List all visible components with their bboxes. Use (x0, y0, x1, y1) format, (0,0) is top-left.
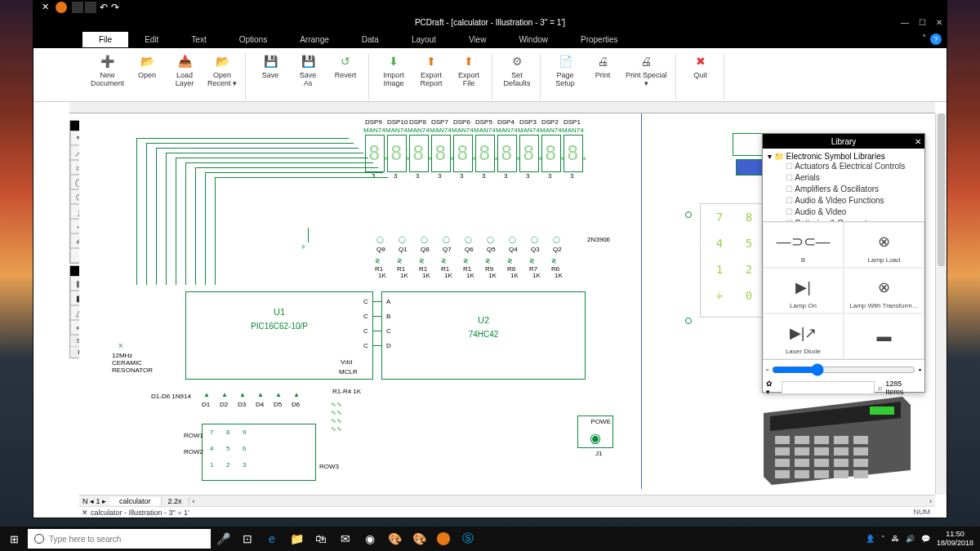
app1-icon[interactable]: 🎨 (382, 527, 407, 551)
menu-text[interactable]: Text (175, 32, 222, 47)
network-icon[interactable]: 🖧 (892, 535, 899, 543)
search-icon[interactable]: ⌕ (878, 384, 882, 392)
library-close-icon[interactable]: ✕ (915, 137, 921, 146)
store-icon[interactable]: 🛍 (309, 527, 333, 551)
svg-rect-14 (795, 459, 809, 467)
taskbar-search[interactable]: Type here to search (28, 529, 211, 549)
calculator-illustration (747, 380, 919, 487)
lib-settings-icon[interactable]: ✿ ▾ (766, 380, 778, 396)
svg-rect-22 (853, 470, 868, 478)
app2-icon[interactable]: 🎨 (407, 527, 431, 551)
scroll-left-icon[interactable]: ‹ (189, 497, 198, 505)
outer-close-icon[interactable]: ✕ (39, 2, 51, 13)
history-fwd-icon[interactable] (85, 2, 96, 13)
zoom-level[interactable]: 2.2x (162, 497, 189, 505)
edge-icon[interactable]: e (260, 527, 284, 551)
library-item[interactable]: Actuators & Electrical Controls (768, 161, 920, 172)
menu-view[interactable]: View (452, 32, 503, 47)
menu-file[interactable]: File (82, 32, 128, 47)
skype-icon[interactable]: Ⓢ (456, 527, 480, 551)
library-grid[interactable]: —⊃⊂—B⊗Lamp Load▶|Lamp On⊗Lamp With Trans… (763, 222, 924, 359)
ribbon-open-button[interactable]: 📂OpenRecent ▾ (207, 53, 237, 100)
ribbon-load-button[interactable]: 📥LoadLayer (170, 53, 199, 100)
library-item[interactable]: Audio & Video (768, 207, 920, 218)
layer-nav-icon[interactable]: N ◂ 1 ▸ (79, 497, 109, 505)
ribbon-revert-button[interactable]: ↺Revert (331, 53, 360, 100)
menu-options[interactable]: Options (223, 32, 283, 47)
doc-close-icon[interactable]: ✕ (79, 509, 91, 517)
history-back-icon[interactable] (72, 2, 83, 13)
volume-icon[interactable]: 🔊 (906, 535, 915, 543)
close-icon[interactable]: ✕ (936, 18, 942, 27)
collapse-ribbon-icon[interactable]: ˄ (922, 33, 927, 45)
ribbon-print-special-button[interactable]: 🖨Print Special▾ (626, 53, 667, 100)
people-icon[interactable]: 👤 (866, 535, 875, 543)
svg-rect-18 (775, 470, 790, 478)
ribbon-page-button[interactable]: 📄PageSetup (550, 53, 580, 100)
mail-icon[interactable]: ✉ (333, 527, 358, 551)
numlock-indicator: NUM (914, 508, 931, 516)
svg-rect-12 (853, 447, 868, 455)
cortana-icon (34, 534, 44, 544)
library-symbol[interactable]: —⊃⊂—B (763, 222, 844, 268)
ribbon-export-button[interactable]: ⬆ExportFile (454, 53, 483, 100)
ribbon-export-button[interactable]: ⬆ExportReport (416, 53, 446, 100)
redo-icon[interactable]: ↷ (111, 2, 119, 13)
chrome-icon[interactable]: ◉ (358, 527, 382, 551)
ribbon-save-button[interactable]: 💾SaveAs (293, 53, 323, 100)
library-item[interactable]: Amplifiers & Oscillators (768, 184, 920, 195)
ribbon-quit-button[interactable]: ✖Quit (686, 53, 715, 100)
library-symbol[interactable]: ⊗Lamp With Transform… (844, 268, 924, 313)
pcdraft-task-icon[interactable] (431, 527, 456, 551)
menu-window[interactable]: Window (502, 32, 564, 47)
library-tree[interactable]: ▾ 📁 Electronic Symbol Libraries Actuator… (763, 149, 924, 222)
vertical-scrollbar[interactable] (935, 113, 947, 495)
ribbon-set-button[interactable]: ⚙SetDefaults (502, 53, 532, 100)
library-item[interactable]: Aerials (768, 172, 920, 184)
menu-properties[interactable]: Properties (564, 32, 635, 47)
library-title: Library (831, 137, 857, 146)
thumb-size-slider[interactable] (772, 363, 915, 376)
drawing-canvas[interactable]: DSP9MAN743DSP10MAN743DSP8MAN743DSP7MAN74… (79, 113, 935, 495)
library-panel: Library✕ ▾ 📁 Electronic Symbol Libraries… (762, 133, 925, 393)
slider-max-icon: ▪ (919, 366, 921, 374)
svg-rect-15 (814, 459, 829, 467)
undo-icon[interactable]: ↶ (100, 2, 108, 13)
ribbon-print-button[interactable]: 🖨Print (588, 53, 617, 100)
library-symbol[interactable]: ▶|↗Laser Diode (763, 313, 844, 359)
ribbon-import-button[interactable]: ⬇ImportImage (379, 53, 408, 100)
help-icon[interactable]: ? (930, 33, 942, 45)
library-item[interactable]: Audio & Video Functions (768, 195, 920, 207)
library-search-input[interactable] (782, 381, 875, 394)
sheet-tab[interactable]: calculator (109, 497, 162, 505)
svg-rect-5 (814, 436, 829, 444)
scroll-right-icon[interactable]: › (926, 497, 935, 505)
svg-rect-3 (775, 436, 790, 444)
menu-arrange[interactable]: Arrange (283, 32, 345, 47)
mic-icon[interactable]: 🎤 (211, 527, 235, 551)
ribbon-save-button[interactable]: 💾Save (256, 53, 285, 100)
svg-rect-2 (870, 407, 894, 415)
start-button[interactable]: ⊞ (0, 527, 28, 551)
windows-taskbar: ⊞ Type here to search 🎤 ⊡ e 📁 🛍 ✉ ◉ 🎨 🎨 … (0, 527, 980, 551)
slider-min-icon: ▫ (766, 366, 768, 374)
tray-up-icon[interactable]: ˄ (881, 535, 885, 543)
ribbon-open-button[interactable]: 📂Open (132, 53, 162, 100)
ribbon-new-button[interactable]: ➕NewDocument (91, 53, 124, 100)
svg-rect-7 (853, 436, 868, 444)
library-root-label: Electronic Symbol Libraries (786, 152, 885, 161)
maximize-icon[interactable]: ☐ (919, 18, 926, 27)
explorer-icon[interactable]: 📁 (284, 527, 309, 551)
taskview-icon[interactable]: ⊡ (235, 527, 260, 551)
taskbar-clock[interactable]: 11:5018/09/2018 (937, 530, 973, 548)
library-symbol[interactable]: ▬ (844, 313, 924, 359)
library-symbol[interactable]: ▶|Lamp On (763, 268, 844, 313)
menu-layout[interactable]: Layout (395, 32, 452, 47)
library-symbol[interactable]: ⊗Lamp Load (844, 222, 924, 268)
svg-rect-11 (834, 447, 849, 455)
menu-edit[interactable]: Edit (128, 32, 175, 47)
menu-data[interactable]: Data (345, 32, 395, 47)
action-center-icon[interactable]: 💬 (921, 535, 930, 543)
svg-rect-4 (795, 436, 809, 444)
minimize-icon[interactable]: — (901, 18, 909, 27)
